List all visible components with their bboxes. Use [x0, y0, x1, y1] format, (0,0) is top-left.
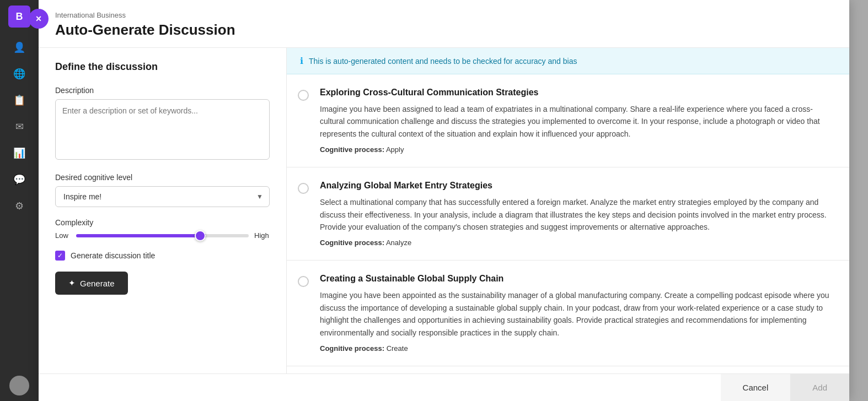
discussion-body: Imagine you have been appointed as the s…: [320, 289, 836, 339]
generate-title-checkbox[interactable]: ✓: [55, 251, 65, 261]
add-button[interactable]: Add: [790, 374, 849, 401]
generate-button-label: Generate: [80, 279, 115, 288]
modal-footer: Cancel Add: [39, 373, 849, 401]
generate-title-label: Generate discussion title: [71, 251, 155, 260]
discussion-list: Exploring Cross-Cultural Communication S…: [287, 74, 849, 373]
sidebar: B 👤 🌐 📋 ✉ 📊 💬 ⚙: [0, 0, 39, 401]
complexity-field: Complexity Low High: [55, 218, 270, 240]
sidebar-icon-user[interactable]: 👤: [8, 36, 30, 58]
modal-panel: × International Business Auto-Generate D…: [39, 0, 849, 401]
slider-thumb: [195, 230, 206, 241]
close-button[interactable]: ×: [29, 9, 49, 29]
cognitive-level-select[interactable]: Remember Understand Apply Analyze Evalua…: [55, 186, 270, 207]
info-text: This is auto-generated content and needs…: [309, 57, 577, 66]
description-textarea[interactable]: [55, 99, 270, 160]
complexity-slider[interactable]: [76, 234, 249, 237]
modal-body: Define the discussion Description Desire…: [39, 48, 849, 373]
radio-button[interactable]: [298, 183, 309, 194]
cognitive-process: Cognitive process: Apply: [320, 145, 836, 154]
modal-header: International Business Auto-Generate Dis…: [39, 0, 849, 48]
generate-icon: ✦: [68, 278, 76, 288]
panel-section-title: Define the discussion: [55, 61, 270, 73]
discussion-title: Exploring Cross-Cultural Communication S…: [320, 88, 836, 97]
cancel-button[interactable]: Cancel: [721, 374, 791, 401]
sidebar-icon-list[interactable]: 📋: [8, 89, 30, 111]
sidebar-icon-globe[interactable]: 🌐: [8, 63, 30, 85]
modal-overlay: × International Business Auto-Generate D…: [39, 0, 868, 401]
sidebar-logo[interactable]: B: [8, 6, 30, 28]
cognitive-level-wrapper: Remember Understand Apply Analyze Evalua…: [55, 186, 270, 207]
sidebar-avatar[interactable]: [9, 376, 29, 395]
description-label: Description: [55, 86, 270, 95]
discussion-item[interactable]: Creating a Sustainable Global Supply Cha…: [287, 261, 849, 366]
discussion-body: Imagine you have been assigned to lead a…: [320, 103, 836, 140]
sidebar-icon-mail[interactable]: ✉: [8, 116, 30, 138]
cognitive-level-field: Desired cognitive level Remember Underst…: [55, 173, 270, 207]
complexity-label: Complexity: [55, 218, 270, 227]
right-panel: ℹ This is auto-generated content and nee…: [287, 48, 849, 373]
breadcrumb: International Business: [55, 11, 833, 19]
sidebar-icon-chart[interactable]: 📊: [8, 142, 30, 164]
discussion-title: Analyzing Global Market Entry Strategies: [320, 181, 836, 191]
discussion-title: Creating a Sustainable Global Supply Cha…: [320, 274, 836, 284]
radio-button[interactable]: [298, 90, 309, 101]
discussion-body: Select a multinational company that has …: [320, 196, 836, 233]
complexity-row: Low High: [55, 231, 270, 240]
description-field: Description: [55, 86, 270, 162]
cognitive-process: Cognitive process: Create: [320, 344, 836, 353]
main-area: × International Business Auto-Generate D…: [39, 0, 868, 401]
left-panel: Define the discussion Description Desire…: [39, 48, 287, 373]
complexity-low-label: Low: [55, 231, 71, 240]
cognitive-process: Cognitive process: Analyze: [320, 239, 836, 247]
sidebar-icon-settings[interactable]: ⚙: [8, 195, 30, 217]
generate-title-row: ✓ Generate discussion title: [55, 251, 270, 261]
sidebar-icon-chat[interactable]: 💬: [8, 169, 30, 191]
info-banner: ℹ This is auto-generated content and nee…: [287, 48, 849, 74]
complexity-high-label: High: [254, 231, 270, 240]
radio-button[interactable]: [298, 276, 309, 287]
discussion-item[interactable]: Analyzing Global Market Entry Strategies…: [287, 167, 849, 261]
cognitive-level-label: Desired cognitive level: [55, 173, 270, 182]
generate-button[interactable]: ✦ Generate: [55, 272, 128, 295]
modal-title: Auto-Generate Discussion: [55, 21, 833, 39]
info-icon: ℹ: [300, 56, 303, 66]
discussion-item[interactable]: Exploring Cross-Cultural Communication S…: [287, 74, 849, 167]
